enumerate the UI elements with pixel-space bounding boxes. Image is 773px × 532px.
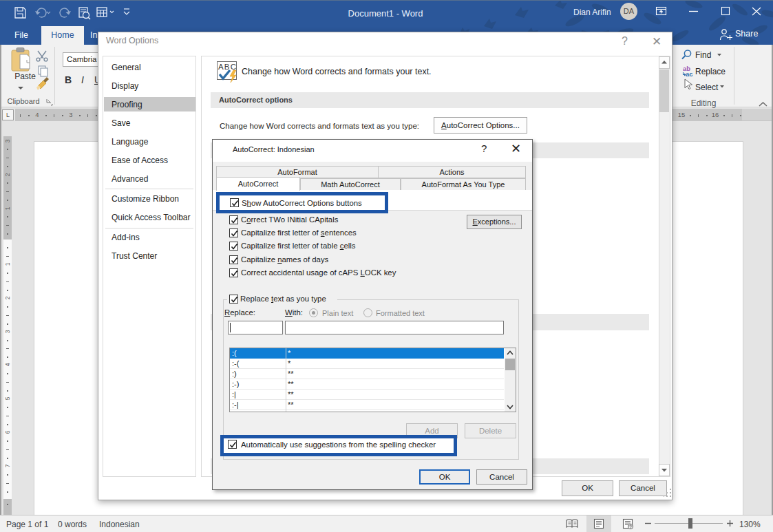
svg-text:3: 3 bbox=[69, 111, 72, 118]
svg-text:3: 3 bbox=[4, 330, 11, 333]
svg-text:1: 1 bbox=[4, 262, 11, 266]
svg-text:ac: ac bbox=[686, 70, 693, 78]
svg-text:1: 1 bbox=[4, 206, 11, 210]
svg-text:2: 2 bbox=[4, 296, 11, 299]
svg-text:4: 4 bbox=[35, 111, 39, 118]
svg-text:15: 15 bbox=[678, 111, 686, 118]
svg-text:4: 4 bbox=[4, 363, 11, 366]
svg-text:6: 6 bbox=[4, 430, 11, 434]
svg-text:5: 5 bbox=[4, 396, 11, 400]
svg-text:16: 16 bbox=[712, 111, 719, 118]
svg-text:3: 3 bbox=[4, 139, 11, 142]
svg-text:7: 7 bbox=[4, 464, 11, 467]
svg-text:ABC: ABC bbox=[218, 63, 236, 71]
svg-text:2: 2 bbox=[4, 173, 11, 176]
